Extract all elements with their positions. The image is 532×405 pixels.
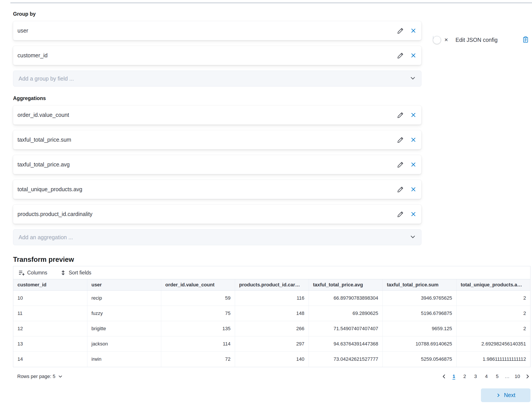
column-header[interactable]: customer_id bbox=[13, 279, 87, 290]
table-cell: 9659.125 bbox=[382, 321, 456, 336]
toggle-thumb bbox=[433, 36, 441, 44]
column-header[interactable]: order_id.value_count bbox=[161, 279, 235, 290]
chevron-down-icon bbox=[410, 75, 416, 82]
aggregations-label: Aggregations bbox=[13, 95, 421, 101]
table-cell: 148 bbox=[235, 306, 309, 321]
chevron-down-icon bbox=[58, 374, 63, 379]
grid-toolbar: Columns Sort fields bbox=[13, 266, 530, 279]
table-cell: 94.63764391447368 bbox=[309, 336, 382, 352]
columns-icon bbox=[19, 270, 25, 276]
edit-icon[interactable] bbox=[397, 52, 404, 59]
aggregation-item: total_unique_products.avg bbox=[13, 180, 421, 199]
add-group-by-select[interactable]: Add a group by field ... bbox=[13, 71, 421, 87]
top-divider bbox=[10, 3, 532, 3]
remove-icon[interactable] bbox=[410, 53, 416, 58]
table-row: 12 brigitte 135 266 71.54907407407407 96… bbox=[13, 321, 530, 336]
wizard-footer: Next bbox=[13, 388, 531, 402]
previous-page-button[interactable] bbox=[441, 374, 447, 379]
grid-footer: Rows per page: 5 1 2 3 4 5 … 10 bbox=[13, 372, 531, 381]
table-cell: 71.54907407407407 bbox=[309, 321, 382, 336]
table-cell: 72 bbox=[161, 352, 235, 367]
column-header[interactable]: products.product_id.car… bbox=[235, 279, 309, 290]
table-header-row: customer_id user order_id.value_count pr… bbox=[13, 279, 530, 290]
chevron-down-icon bbox=[410, 234, 416, 241]
aggregation-item: taxful_total_price.sum bbox=[13, 130, 421, 149]
group-by-item-label: customer_id bbox=[18, 52, 47, 59]
rows-per-page-label: Rows per page: 5 bbox=[17, 374, 55, 379]
table-row: 14 irwin 72 140 73.04242621527777 5259.0… bbox=[13, 352, 530, 367]
next-button[interactable]: Next bbox=[481, 388, 531, 402]
edit-icon[interactable] bbox=[397, 136, 404, 143]
table-cell: 297 bbox=[235, 336, 309, 352]
aggregation-item-label: taxful_total_price.sum bbox=[18, 136, 71, 143]
aggregation-item: taxful_total_price.avg bbox=[13, 155, 421, 174]
table-cell: 13 bbox=[13, 336, 87, 352]
table-cell: 114 bbox=[161, 336, 235, 352]
sort-fields-button[interactable]: Sort fields bbox=[59, 270, 93, 276]
table-cell: recip bbox=[87, 290, 161, 306]
remove-icon[interactable] bbox=[410, 112, 416, 118]
table-cell: 66.89790783898304 bbox=[309, 290, 382, 306]
transform-config-step: Group by user customer_id Add a group by… bbox=[0, 11, 532, 402]
add-aggregation-placeholder: Add an aggregation ... bbox=[19, 234, 73, 241]
next-page-button[interactable] bbox=[525, 374, 531, 379]
column-header[interactable]: taxful_total_price.sum bbox=[382, 279, 456, 290]
preview-title: Transform preview bbox=[13, 256, 532, 263]
group-by-item-label: user bbox=[18, 27, 28, 34]
page-button[interactable]: 4 bbox=[483, 372, 490, 381]
page-button[interactable]: 1 bbox=[450, 372, 458, 381]
remove-icon[interactable] bbox=[410, 137, 416, 143]
column-header[interactable]: user bbox=[87, 279, 161, 290]
table-cell: 1.9861111111111112 bbox=[456, 352, 530, 367]
columns-button-label: Columns bbox=[27, 270, 47, 276]
rows-per-page-button[interactable]: Rows per page: 5 bbox=[13, 373, 64, 379]
table-cell: 14 bbox=[13, 352, 87, 367]
sort-fields-button-label: Sort fields bbox=[69, 270, 91, 276]
preview-table: customer_id user order_id.value_count pr… bbox=[13, 279, 530, 367]
table-cell: 5259.0546875 bbox=[382, 352, 456, 367]
table-cell: 140 bbox=[235, 352, 309, 367]
aggregation-item: order_id.value_count bbox=[13, 105, 421, 125]
edit-icon[interactable] bbox=[397, 161, 404, 168]
column-header[interactable]: total_unique_products.a… bbox=[456, 279, 530, 290]
remove-icon[interactable] bbox=[410, 186, 416, 192]
table-cell: brigitte bbox=[87, 321, 161, 336]
aggregation-item-label: taxful_total_price.avg bbox=[18, 161, 70, 168]
table-row: 13 jackson 114 297 94.63764391447368 107… bbox=[13, 336, 530, 352]
edit-icon[interactable] bbox=[397, 27, 404, 34]
edit-json-config-label[interactable]: Edit JSON config bbox=[455, 37, 498, 43]
edit-icon[interactable] bbox=[397, 186, 404, 193]
column-header[interactable]: taxful_total_price.avg bbox=[309, 279, 382, 290]
table-cell: irwin bbox=[87, 352, 161, 367]
edit-json-config-control: × Edit JSON config bbox=[433, 36, 529, 44]
edit-icon[interactable] bbox=[397, 112, 404, 118]
aggregation-item: products.product_id.cardinality bbox=[13, 204, 421, 224]
table-cell: 2.692982456140351 bbox=[456, 336, 530, 352]
copy-to-clipboard-button[interactable] bbox=[522, 36, 529, 44]
sort-icon bbox=[60, 270, 66, 276]
page-button[interactable]: 5 bbox=[493, 372, 501, 381]
page-button[interactable]: 2 bbox=[461, 372, 468, 381]
edit-json-toggle[interactable]: × bbox=[433, 36, 450, 44]
page-button[interactable]: 10 bbox=[513, 372, 521, 381]
table-cell: fuzzy bbox=[87, 306, 161, 321]
remove-icon[interactable] bbox=[410, 162, 416, 168]
toggle-off-icon: × bbox=[444, 37, 448, 43]
table-cell: 266 bbox=[235, 321, 309, 336]
pagination: 1 2 3 4 5 … 10 bbox=[441, 372, 531, 381]
chevron-left-icon bbox=[441, 374, 447, 379]
page-button[interactable]: 3 bbox=[472, 372, 479, 381]
group-by-item: user bbox=[13, 21, 421, 40]
remove-icon[interactable] bbox=[410, 211, 416, 217]
add-group-by-placeholder: Add a group by field ... bbox=[19, 75, 74, 82]
table-cell: jackson bbox=[87, 336, 161, 352]
edit-icon[interactable] bbox=[397, 211, 404, 217]
group-by-label: Group by bbox=[13, 11, 421, 17]
columns-button[interactable]: Columns bbox=[17, 270, 49, 276]
table-cell: 116 bbox=[235, 290, 309, 306]
table-cell: 11 bbox=[13, 306, 87, 321]
pagination-ellipsis: … bbox=[504, 374, 510, 379]
table-cell: 12 bbox=[13, 321, 87, 336]
remove-icon[interactable] bbox=[410, 28, 416, 34]
add-aggregation-select[interactable]: Add an aggregation ... bbox=[13, 229, 421, 245]
